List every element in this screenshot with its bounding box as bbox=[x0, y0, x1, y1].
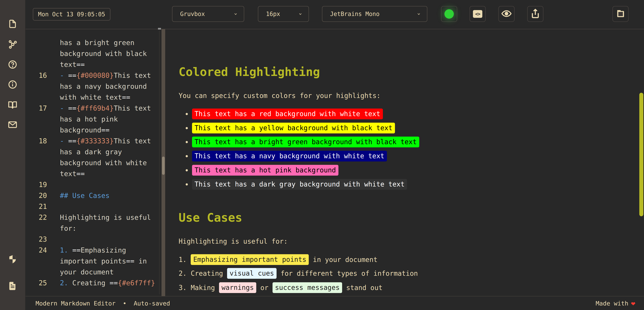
sidebar-item-info[interactable] bbox=[8, 80, 18, 89]
preview-heading-colored-highlighting: Colored Highlighting bbox=[178, 66, 320, 78]
editor-line: 22Highlighting is useful bbox=[26, 212, 160, 223]
datetime-badge: Mon Oct 13 09:05:05 bbox=[33, 8, 110, 21]
bullet-dot-icon bbox=[186, 155, 188, 157]
line-number: 21 bbox=[26, 201, 47, 212]
editor-line-text: 2. Creating =={#e6f7ff} bbox=[60, 277, 160, 288]
highlight-pill: warnings bbox=[219, 282, 256, 293]
preview-scrollbar-thumb[interactable] bbox=[639, 93, 643, 216]
code-view-button[interactable]: <> bbox=[470, 6, 486, 22]
shield-icon bbox=[8, 254, 18, 264]
folder-icon bbox=[616, 9, 626, 19]
editor-line: 16- =={#000080}This text bbox=[26, 70, 160, 81]
plain-text: stand out bbox=[342, 284, 382, 291]
line-number bbox=[26, 168, 47, 179]
use-case-item: 2.Creating visual cues for different typ… bbox=[178, 268, 418, 279]
help-icon bbox=[8, 60, 18, 69]
editor-line-text bbox=[60, 234, 160, 245]
sidebar-item-terms[interactable] bbox=[8, 281, 18, 291]
sidebar-item-privacy[interactable] bbox=[8, 254, 18, 264]
preview-heading-use-cases: Use Cases bbox=[178, 212, 242, 224]
editor-line-text: Highlighting is useful bbox=[60, 212, 160, 223]
chevron-down-icon bbox=[416, 12, 421, 17]
share-graph-icon bbox=[8, 39, 18, 49]
font-size-select[interactable]: 16px bbox=[258, 6, 309, 22]
line-number bbox=[26, 146, 47, 158]
line-number bbox=[26, 37, 47, 48]
sidebar-item-docs[interactable] bbox=[8, 100, 18, 110]
font-size-select-value: 16px bbox=[266, 11, 280, 17]
editor-line: text== bbox=[26, 59, 160, 70]
font-family-select[interactable]: JetBrains Mono bbox=[322, 6, 427, 22]
highlight-item: This text has a dark gray background wit… bbox=[186, 179, 407, 190]
mail-icon bbox=[8, 120, 18, 129]
line-number bbox=[26, 81, 47, 92]
files-button[interactable] bbox=[612, 6, 628, 22]
editor-line-text: has a bright green bbox=[60, 37, 160, 48]
line-number: 23 bbox=[26, 234, 47, 245]
editor-line: has a hot pink bbox=[26, 114, 160, 125]
highlight-item: This text has a yellow background with b… bbox=[186, 123, 395, 133]
status-dot-icon bbox=[444, 9, 454, 19]
editor-line-text bbox=[60, 201, 160, 212]
editor-scrollbar-thumb[interactable] bbox=[162, 157, 165, 175]
editor-line: 21 bbox=[26, 201, 160, 212]
editor-line: has a dark gray bbox=[26, 146, 160, 158]
line-number: 19 bbox=[26, 179, 47, 190]
plain-text: for different types of information bbox=[276, 269, 418, 277]
line-number bbox=[26, 48, 47, 59]
editor-line: important points== in bbox=[26, 256, 160, 267]
editor-line-text: has a dark gray bbox=[60, 146, 160, 158]
editor-inner-scrollbar-track bbox=[159, 31, 160, 294]
preview-intro-text: You can specify custom colors for your h… bbox=[178, 92, 380, 99]
editor-line-text: text== bbox=[60, 168, 160, 179]
editor-line: 18- =={#333333}This text bbox=[26, 135, 160, 146]
line-number: 16 bbox=[26, 70, 47, 81]
sidebar-item-contact[interactable] bbox=[8, 120, 18, 129]
highlight-pill: This text has a yellow background with b… bbox=[192, 123, 395, 133]
preview-toggle-button[interactable] bbox=[498, 6, 514, 22]
editor-line-text: text== bbox=[60, 59, 160, 70]
line-number bbox=[26, 267, 47, 277]
editor-line-text: has a hot pink bbox=[60, 114, 160, 125]
sidebar-item-help[interactable] bbox=[8, 60, 18, 69]
markdown-preview[interactable]: Colored Highlighting You can specify cus… bbox=[165, 29, 644, 296]
file-text-icon bbox=[8, 281, 18, 291]
editor-line-text: has a navy background bbox=[60, 81, 160, 92]
editor-line-text: background with black bbox=[60, 48, 160, 59]
highlight-pill: visual cues bbox=[227, 268, 276, 279]
theme-select[interactable]: Gruvbox bbox=[172, 6, 244, 22]
sidebar-item-share[interactable] bbox=[8, 39, 18, 49]
status-made-with: Made with ❤ bbox=[596, 299, 635, 307]
sidebar-item-file[interactable] bbox=[8, 19, 18, 29]
export-icon bbox=[530, 9, 540, 19]
editor-line-text: with white text== bbox=[60, 92, 160, 103]
export-button[interactable] bbox=[527, 6, 544, 22]
bullet-dot-icon bbox=[186, 183, 188, 186]
line-number: 18 bbox=[26, 135, 47, 146]
datetime-label: Mon Oct 13 09:05:05 bbox=[38, 11, 105, 18]
editor-line: has a navy background bbox=[26, 81, 160, 92]
line-number bbox=[26, 114, 47, 125]
status-dot-button[interactable] bbox=[441, 6, 457, 22]
bullet-dot-icon bbox=[186, 141, 188, 143]
editor-line: background with black bbox=[26, 48, 160, 59]
file-icon bbox=[8, 19, 18, 29]
code-view-icon: <> bbox=[473, 10, 482, 18]
highlight-pill: This text has a navy background with whi… bbox=[192, 151, 387, 162]
theme-select-value: Gruvbox bbox=[180, 11, 205, 17]
editor-line: 252. Creating =={#e6f7ff} bbox=[26, 277, 160, 288]
sidebar bbox=[0, 0, 26, 310]
plain-text: or bbox=[256, 284, 272, 291]
highlight-pill: success messages bbox=[272, 282, 342, 293]
toolbar: Mon Oct 13 09:05:05 Gruvbox 16px JetBrai… bbox=[26, 0, 644, 29]
editor-inner-scrollbar-thumb[interactable] bbox=[158, 28, 161, 30]
info-icon bbox=[8, 80, 18, 89]
editor-line: with white text== bbox=[26, 92, 160, 103]
markdown-editor[interactable]: has a bright greenbackground with blackt… bbox=[26, 29, 160, 296]
editor-line: your document bbox=[26, 267, 160, 277]
editor-line-text: for: bbox=[60, 223, 160, 234]
highlight-item: This text has a navy background with whi… bbox=[186, 151, 387, 162]
list-marker: 1. bbox=[178, 256, 187, 263]
chevron-down-icon bbox=[298, 12, 303, 17]
preview-eye-icon bbox=[501, 9, 512, 20]
